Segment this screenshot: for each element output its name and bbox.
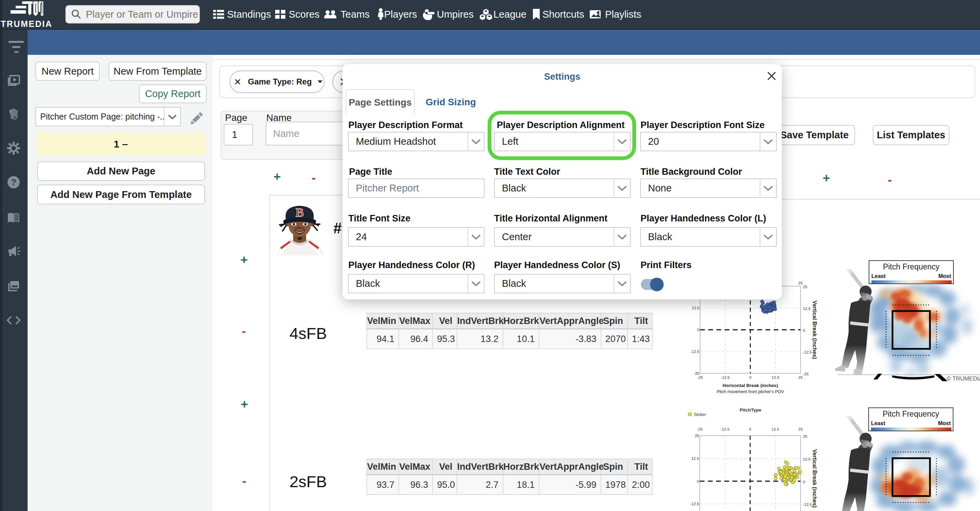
svg-text:0: 0 [803,480,805,484]
svg-text:-12.5: -12.5 [690,350,699,353]
svg-text:-25: -25 [694,371,699,376]
svg-text:12.5: 12.5 [803,307,810,311]
svg-text:© TRUMEDIA 2024: © TRUMEDIA 2024 [947,376,980,382]
svg-text:0: 0 [749,376,751,379]
svg-text:0: 0 [749,427,751,431]
svg-text:-25: -25 [697,376,703,379]
svg-text:25: 25 [803,435,807,438]
svg-text:Vertical Break (inches): Vertical Break (inches) [812,449,818,508]
svg-text:25: 25 [799,376,803,379]
svg-text:Pitch movement from pitcher's: Pitch movement from pitcher's POV [717,389,784,394]
svg-text:-12.5: -12.5 [803,503,812,506]
svg-text:25: 25 [799,427,803,431]
svg-text:Sinker: Sinker [694,412,706,417]
svg-text:-12.5: -12.5 [721,376,730,379]
svg-text:0: 0 [803,328,805,333]
svg-text:?: ? [11,177,16,187]
svg-text:PitchType: PitchType [740,408,761,412]
svg-text:12.5: 12.5 [772,427,779,431]
svg-text:Horizontal Break (inches): Horizontal Break (inches) [722,383,778,388]
svg-text:-12.5: -12.5 [803,350,812,354]
svg-text:TRUMEDIA: TRUMEDIA [1,19,52,29]
svg-text:-12.5: -12.5 [721,427,729,431]
svg-text:0: 0 [697,328,699,332]
svg-text:25: 25 [695,434,699,438]
svg-text:12.5: 12.5 [772,376,779,379]
svg-text:0: 0 [697,479,699,483]
svg-text:B: B [296,206,304,220]
svg-text:12.5: 12.5 [692,306,699,310]
svg-text:12.5: 12.5 [692,457,699,460]
svg-text:Vertical Break (inches): Vertical Break (inches) [812,301,818,359]
svg-text:12.5: 12.5 [803,457,810,461]
svg-text:-25: -25 [803,372,809,376]
svg-text:-12.5: -12.5 [690,502,699,506]
svg-text:25: 25 [803,285,807,289]
svg-text:25: 25 [799,281,803,285]
svg-text:-25: -25 [697,427,703,431]
